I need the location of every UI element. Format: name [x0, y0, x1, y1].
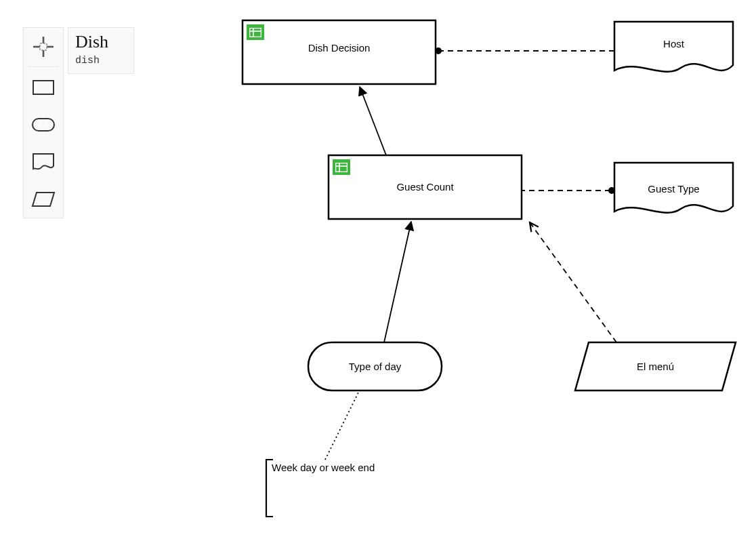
edge-dot-guesttype: [608, 187, 615, 194]
svg-rect-7: [250, 28, 261, 37]
edge-elmenu-to-guestcount: [530, 222, 616, 342]
edge-guestcount-to-dishdecision: [360, 87, 386, 155]
node-guest-count[interactable]: [329, 155, 522, 219]
annotation-weekday[interactable]: Week day or week end: [272, 462, 383, 473]
node-dish-decision[interactable]: [243, 20, 436, 84]
node-el-menu[interactable]: [575, 342, 736, 390]
svg-rect-10: [336, 163, 348, 172]
diagram-canvas[interactable]: [0, 0, 756, 541]
edge-typeofday-to-guestcount: [384, 222, 411, 342]
decision-badge-icon: [247, 24, 264, 40]
edge-annotation-to-typeofday: [325, 391, 359, 460]
decision-badge-icon: [333, 159, 350, 175]
node-guest-type[interactable]: [614, 163, 733, 213]
edge-dot-dishdecision: [435, 47, 442, 54]
node-host[interactable]: [614, 22, 733, 72]
node-type-of-day[interactable]: [308, 342, 442, 390]
